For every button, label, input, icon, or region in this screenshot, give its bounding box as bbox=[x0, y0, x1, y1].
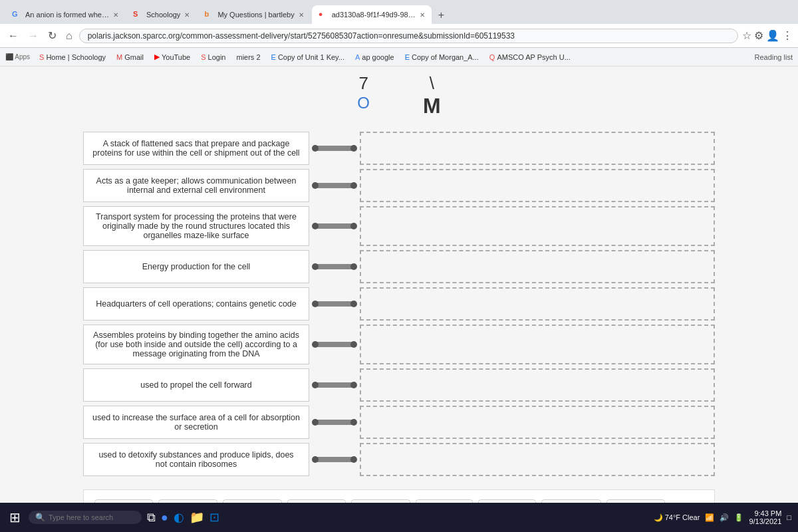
match-left-6: Assembles proteins by binding together t… bbox=[83, 325, 309, 364]
match-right-9[interactable] bbox=[360, 443, 715, 476]
icon-o: O bbox=[357, 94, 370, 112]
connector-line-5 bbox=[315, 301, 354, 307]
taskbar-search-input[interactable] bbox=[49, 513, 135, 521]
battery-icon[interactable]: 🔋 bbox=[734, 513, 743, 522]
match-left-7-text: used to propel the cell forward bbox=[140, 380, 251, 390]
tab-3[interactable]: b My Questions | bartleby ✕ bbox=[198, 5, 310, 24]
match-right-7[interactable] bbox=[360, 368, 715, 402]
bookmark-login[interactable]: S Login bbox=[197, 52, 229, 63]
bookmark-morgan-label: Copy of Morgan_A... bbox=[412, 53, 479, 61]
time-display[interactable]: 9:43 PM 9/13/2021 bbox=[749, 509, 781, 525]
dot-right-6 bbox=[350, 341, 357, 348]
match-left-4: Energy production for the cell bbox=[83, 250, 309, 283]
match-left-5-text: Headquarters of cell operations; contain… bbox=[96, 299, 297, 309]
connector-8 bbox=[309, 406, 360, 439]
match-left-8-text: used to increase the surface area of a c… bbox=[92, 413, 301, 432]
menu-icon[interactable]: ⋮ bbox=[782, 29, 793, 42]
chrome-icon[interactable]: ● bbox=[161, 511, 168, 525]
page-content: 7 O \ M A stack of flattened sacs that p… bbox=[0, 66, 798, 532]
match-right-4[interactable] bbox=[360, 250, 715, 283]
reload-button[interactable]: ↻ bbox=[45, 28, 59, 43]
connector-3 bbox=[309, 206, 360, 246]
match-right-3[interactable] bbox=[360, 206, 715, 246]
match-left-4-text: Energy production for the cell bbox=[142, 262, 251, 271]
bookmark-amsco[interactable]: Q AMSCO AP Psych U... bbox=[485, 52, 575, 63]
profile-icon[interactable]: 👤 bbox=[766, 29, 779, 42]
dot-left-9 bbox=[312, 456, 319, 463]
match-right-6[interactable] bbox=[360, 325, 715, 364]
taskbar-search[interactable]: 🔍 bbox=[29, 511, 142, 524]
tab-4[interactable]: ● ad3130a8-9f1f-49d9-9825-23be... ✕ bbox=[312, 5, 432, 24]
forward-button[interactable]: → bbox=[25, 29, 41, 43]
match-right-2[interactable] bbox=[360, 169, 715, 202]
bookmark-miers-label: miers 2 bbox=[236, 53, 260, 61]
connector-line-6 bbox=[315, 342, 354, 347]
bookmark-youtube[interactable]: ▶ YouTube bbox=[150, 51, 194, 63]
network-icon[interactable]: 📶 bbox=[705, 513, 714, 522]
store-icon[interactable]: ⊡ bbox=[209, 510, 219, 525]
notification-icon[interactable]: □ bbox=[787, 513, 791, 521]
tab-3-close[interactable]: ✕ bbox=[299, 11, 304, 19]
matching-container: A stack of flattened sacs that prepare a… bbox=[83, 132, 715, 476]
match-row-6: Assembles proteins by binding together t… bbox=[83, 325, 715, 364]
bookmark-gmail[interactable]: M Gmail bbox=[112, 52, 148, 63]
bookmark-apgoogle[interactable]: A ap google bbox=[351, 52, 398, 63]
match-right-1[interactable] bbox=[360, 132, 715, 165]
bookmark-unit1[interactable]: E Copy of Unit 1 Key... bbox=[267, 52, 348, 63]
bookmark-youtube-label: YouTube bbox=[162, 53, 190, 61]
match-left-2: Acts as a gate keeper; allows communicat… bbox=[83, 169, 309, 202]
connector-1 bbox=[309, 132, 360, 165]
connector-2 bbox=[309, 169, 360, 202]
file-explorer-icon[interactable]: 📁 bbox=[190, 510, 204, 525]
tab-1[interactable]: G An anion is formed when there a... ✕ bbox=[5, 5, 125, 24]
amsco-favicon: Q bbox=[489, 53, 495, 61]
start-button[interactable]: ⊞ bbox=[7, 507, 23, 528]
time-text: 9:43 PM bbox=[749, 509, 781, 517]
back-button[interactable]: ← bbox=[5, 29, 21, 43]
connector-line-2 bbox=[315, 183, 354, 188]
edge-icon[interactable]: ◐ bbox=[174, 510, 184, 525]
dot-right-3 bbox=[350, 223, 357, 229]
task-view-icon[interactable]: ⧉ bbox=[147, 511, 156, 525]
dot-right-2 bbox=[350, 182, 357, 189]
reading-list-label: Reading list bbox=[755, 53, 793, 61]
address-input[interactable] bbox=[79, 29, 738, 43]
match-left-7: used to propel the cell forward bbox=[83, 368, 309, 402]
reading-list-btn[interactable]: Reading list bbox=[755, 52, 793, 62]
taskbar-left: ⊞ 🔍 ⧉ ● ◐ 📁 ⊡ bbox=[7, 507, 219, 528]
bookmark-miers[interactable]: miers 2 bbox=[232, 52, 264, 63]
scroll-area: 7 O \ M A stack of flattened sacs that p… bbox=[0, 66, 798, 532]
dot-left-4 bbox=[312, 263, 319, 270]
volume-icon[interactable]: 🔊 bbox=[720, 513, 729, 522]
tab-2[interactable]: S Schoology ✕ bbox=[126, 5, 196, 24]
unit1-favicon: E bbox=[271, 53, 276, 61]
bookmark-morgan[interactable]: E Copy of Morgan_A... bbox=[401, 52, 483, 63]
tab-1-close[interactable]: ✕ bbox=[113, 11, 118, 19]
icon-7: 7 bbox=[358, 73, 368, 94]
bookmark-schoology-label: Home | Schoology bbox=[46, 53, 106, 61]
weather-display: 🌙 74°F Clear bbox=[654, 513, 700, 522]
star-icon[interactable]: ☆ bbox=[742, 29, 751, 42]
match-left-6-text: Assembles proteins by binding together t… bbox=[92, 331, 301, 358]
tab-2-close[interactable]: ✕ bbox=[184, 11, 190, 19]
apgoogle-favicon: A bbox=[355, 53, 360, 61]
match-row-7: used to propel the cell forward bbox=[83, 368, 715, 402]
tab-2-label: Schoology bbox=[146, 11, 180, 19]
tab-4-close[interactable]: ✕ bbox=[420, 11, 425, 19]
match-right-5[interactable] bbox=[360, 287, 715, 321]
header-icon-7o: 7 O bbox=[357, 73, 370, 118]
bookmarks-bar: ⬛ Apps S Home | Schoology M Gmail ▶ YouT… bbox=[0, 48, 798, 66]
new-tab-button[interactable]: + bbox=[433, 7, 450, 24]
tab-1-favicon: G bbox=[12, 10, 21, 19]
connector-line-3 bbox=[315, 223, 354, 229]
match-row-1: A stack of flattened sacs that prepare a… bbox=[83, 132, 715, 165]
icon-m: M bbox=[423, 94, 441, 118]
home-button[interactable]: ⌂ bbox=[63, 29, 75, 43]
extension-icon[interactable]: ⚙ bbox=[754, 29, 763, 42]
connector-line-1 bbox=[315, 146, 354, 151]
match-left-8: used to increase the surface area of a c… bbox=[83, 406, 309, 439]
bookmark-schoology[interactable]: S Home | Schoology bbox=[35, 52, 110, 63]
match-right-8[interactable] bbox=[360, 406, 715, 439]
bookmark-login-label: Login bbox=[208, 53, 226, 61]
dot-right-9 bbox=[350, 456, 357, 463]
